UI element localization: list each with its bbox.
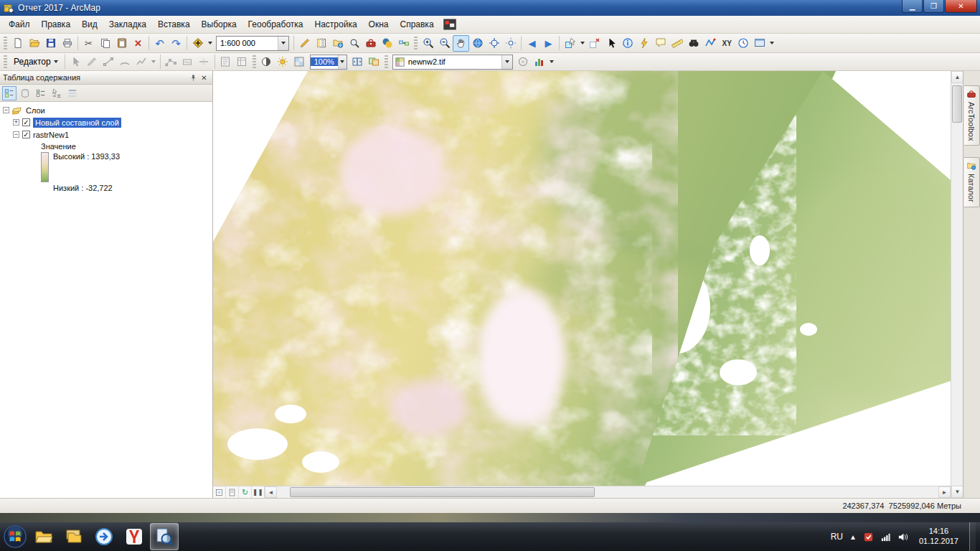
list-by-drawing-order-button[interactable] xyxy=(2,86,17,100)
toc-close-icon[interactable]: ✕ xyxy=(199,72,209,83)
menu-edit[interactable]: Правка xyxy=(36,17,77,32)
edit-tool-button[interactable] xyxy=(67,54,84,70)
show-desktop-button[interactable] xyxy=(969,522,976,551)
menu-file[interactable]: Файл xyxy=(3,17,36,32)
menu-view[interactable]: Вид xyxy=(76,17,103,32)
language-indicator[interactable]: RU xyxy=(831,532,843,542)
layers-root-label[interactable]: Слои xyxy=(26,106,45,115)
html-popup-button[interactable] xyxy=(652,35,669,52)
find-button[interactable] xyxy=(685,35,702,52)
tray-network-icon[interactable] xyxy=(880,532,891,542)
identify-button[interactable] xyxy=(619,35,636,52)
image-analysis-options-button[interactable] xyxy=(515,54,532,70)
edit-vertices-button[interactable] xyxy=(163,54,179,70)
minimize-button[interactable]: ▁ xyxy=(902,0,923,13)
list-by-source-button[interactable] xyxy=(18,86,32,100)
map-canvas[interactable] xyxy=(213,71,951,486)
horizontal-scroll-thumb[interactable] xyxy=(290,487,594,497)
add-data-dropdown[interactable] xyxy=(206,35,214,52)
reshape-feature-button[interactable] xyxy=(179,54,196,70)
catalog-window-button[interactable] xyxy=(329,35,346,52)
swipe-layer-button[interactable] xyxy=(349,54,366,70)
scroll-left-arrow[interactable]: ◄ xyxy=(265,486,277,498)
image-layer-combo[interactable]: newnw2.tif xyxy=(392,55,513,70)
histogram-button[interactable] xyxy=(532,54,548,70)
add-data-button[interactable] xyxy=(189,35,206,52)
vertical-scroll-track[interactable] xyxy=(951,83,963,486)
menu-customize[interactable]: Настройка xyxy=(309,17,363,32)
delete-button[interactable]: ✕ xyxy=(130,35,146,52)
dim-level-combo[interactable]: 100% xyxy=(310,55,347,70)
redo-button[interactable]: ↷ xyxy=(168,35,184,52)
list-by-visibility-button[interactable] xyxy=(34,86,48,100)
maximize-button[interactable]: ❐ xyxy=(923,0,944,13)
menu-extra-icon[interactable] xyxy=(443,17,457,32)
taskbar-yandex-button[interactable] xyxy=(120,523,149,550)
arctoolbox-window-button[interactable] xyxy=(362,35,379,52)
expander-expand[interactable]: + xyxy=(13,119,19,126)
horizontal-scroll-track[interactable] xyxy=(277,486,938,498)
select-features-dropdown[interactable] xyxy=(578,35,586,52)
time-slider-button[interactable] xyxy=(735,35,751,52)
layout-view-button[interactable] xyxy=(226,486,239,498)
go-forward-extent-button[interactable]: ▶ xyxy=(540,35,557,52)
menu-windows[interactable]: Окна xyxy=(363,17,395,32)
layer-checkbox-checked[interactable]: ✓ xyxy=(22,131,30,138)
scale-combo[interactable]: 1:600 000 xyxy=(216,36,289,51)
attributes-button[interactable] xyxy=(217,54,234,70)
toolbar-grip[interactable] xyxy=(385,55,388,68)
pause-drawing-button[interactable]: ❚❚ xyxy=(252,486,265,498)
editor-toolbar-toggle-button[interactable] xyxy=(296,35,313,52)
paste-button[interactable] xyxy=(113,35,130,52)
menu-geoprocessing[interactable]: Геообработка xyxy=(242,17,309,32)
zoom-in-button[interactable] xyxy=(420,35,436,52)
measure-button[interactable] xyxy=(669,35,685,52)
image-layer-combo-arrow[interactable] xyxy=(501,55,512,69)
modelbuilder-window-button[interactable] xyxy=(395,35,412,52)
tray-expand-icon[interactable]: ▲ xyxy=(849,533,857,541)
scroll-right-arrow[interactable]: ► xyxy=(938,486,951,498)
search-window-button[interactable] xyxy=(346,35,362,52)
fixed-zoom-out-button[interactable] xyxy=(502,35,519,52)
clear-selection-button[interactable] xyxy=(586,35,603,52)
go-to-xy-button[interactable]: XY xyxy=(718,35,735,52)
straight-segment-tool-button[interactable] xyxy=(100,54,117,70)
pan-button[interactable] xyxy=(453,35,469,52)
cut-button[interactable]: ✂ xyxy=(80,35,97,52)
undo-button[interactable]: ↶ xyxy=(151,35,168,52)
zoom-out-button[interactable] xyxy=(436,35,453,52)
edit-annotation-tool-button[interactable] xyxy=(84,54,100,70)
flicker-layer-button[interactable] xyxy=(366,54,382,70)
list-by-selection-button[interactable] xyxy=(50,86,64,100)
menu-insert[interactable]: Вставка xyxy=(152,17,196,32)
print-button[interactable] xyxy=(59,35,75,52)
toc-window-button[interactable] xyxy=(313,35,329,52)
scroll-up-arrow[interactable]: ▲ xyxy=(951,71,963,83)
viewer-window-dropdown[interactable] xyxy=(768,35,776,52)
select-features-button[interactable] xyxy=(562,35,578,52)
clock[interactable]: 14:16 01.12.2017 xyxy=(915,527,963,547)
toolbar-grip[interactable] xyxy=(414,37,418,50)
taskbar-libraries-button[interactable] xyxy=(60,523,88,550)
find-route-button[interactable] xyxy=(702,35,718,52)
toc-options-button[interactable] xyxy=(65,86,80,100)
layer-checkbox-checked[interactable]: ✓ xyxy=(22,118,30,126)
toolbar-grip[interactable] xyxy=(4,37,7,50)
expander-collapse[interactable]: − xyxy=(3,107,9,113)
scroll-down-arrow[interactable]: ▼ xyxy=(951,486,963,498)
brightness-button[interactable] xyxy=(275,54,291,70)
tray-flag-icon[interactable] xyxy=(863,532,874,542)
taskbar-explorer-button[interactable] xyxy=(29,523,58,550)
menu-bookmarks[interactable]: Закладка xyxy=(103,17,152,32)
start-button[interactable] xyxy=(1,523,29,550)
toolbar-grip[interactable] xyxy=(253,55,256,68)
close-button[interactable]: ✕ xyxy=(945,0,977,13)
split-tool-button[interactable] xyxy=(196,54,212,70)
expander-collapse[interactable]: − xyxy=(13,131,19,138)
tray-volume-icon[interactable] xyxy=(897,532,908,542)
new-document-button[interactable] xyxy=(9,35,26,52)
contrast-button[interactable] xyxy=(258,54,275,70)
menu-help[interactable]: Справка xyxy=(394,17,439,32)
taskbar-arrow-app-button[interactable] xyxy=(90,523,118,550)
menu-selection[interactable]: Выборка xyxy=(196,17,242,32)
